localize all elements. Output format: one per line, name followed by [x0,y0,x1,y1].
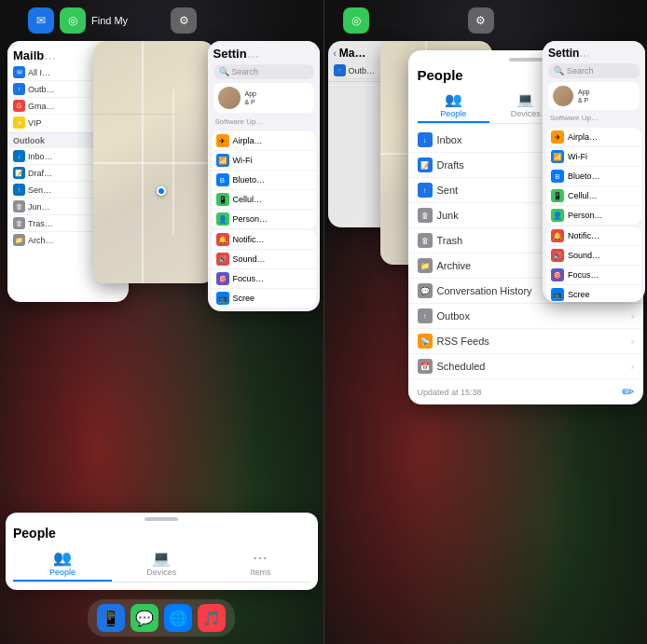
r-cell-icon: 📱 [551,189,564,202]
search-icon-left: 🔍 [219,67,229,76]
settings-card-right[interactable]: Settin… 🔍 Search App& P Software Up… ✈Ai… [543,41,645,302]
vip-icon: ★ [13,116,25,129]
r-outb-icon: ↑ [334,64,346,76]
dock-safari[interactable]: 🌐 [164,604,192,632]
dock-left: 📱 💬 🌐 🎵 [88,599,235,637]
people-tab-people[interactable]: 👥 People [13,546,112,582]
settings-search-right[interactable]: 🔍 Search [548,63,640,78]
l-drafts-icon: 📝 [418,158,433,172]
dock-phone[interactable]: 📱 [97,604,125,632]
r-wifi-icon: 📶 [551,150,564,163]
settings-profile-left[interactable]: App& P [213,83,314,113]
settings-top-icon[interactable]: ⚙ [171,7,197,34]
right-half: ◎ ⚙ ‹ Ma… ↑Outb… [324,0,648,644]
people-tab-items-icon: ⋯ [253,549,268,567]
search-icon-right: 🔍 [554,66,564,75]
right-top-icons: ◎ ⚙ [343,7,494,34]
compose-button[interactable]: ✏ [622,383,634,401]
outb-icon: ↑ [13,83,25,95]
notif-icon-left: 🔔 [216,233,229,246]
settings-sound-left[interactable]: 🔊Sound… [212,250,316,269]
findmy-top-icon-right[interactable]: ◎ [343,7,369,34]
l-sched-icon: 📅 [418,359,433,374]
l-outbox-icon: ↑ [418,308,433,323]
settings-top-icon-right[interactable]: ⚙ [468,7,494,34]
all-icon: ✉ [13,66,25,78]
findmy-top-icon[interactable]: ◎ [60,7,86,34]
people-tabs-left: 👥 People 💻 Devices ⋯ Items [13,546,310,582]
l-trash-icon: 🗑 [418,233,433,248]
update-text: Updated at 15:38 [418,388,482,397]
settings-profile-text-right: App& P [578,88,589,104]
people-title-left: People [13,526,310,541]
dock-messages[interactable]: 💬 [131,604,158,632]
r-screen-icon: 📺 [551,288,564,301]
settings-profile-right[interactable]: App& P [548,82,640,110]
l-archive-icon: 📁 [418,258,433,273]
l-inbox-icon: ↓ [418,132,433,147]
ol-trash-icon: 🗑 [13,217,25,229]
ol-inbox-icon: ↓ [13,150,25,162]
bt-icon-left: B [216,173,229,186]
right-tab-people[interactable]: 👥 People [418,89,490,123]
focus-icon-left: 🎯 [216,272,229,285]
settings-cell-left[interactable]: 📱Cellul… [212,190,316,210]
l-sent-icon: ↑ [418,183,433,198]
right-tab-people-icon: 👥 [445,91,462,108]
personal-icon-left: 👤 [216,212,229,226]
settings-personal-left[interactable]: 👤Person… [212,210,316,228]
settings-items-group2-left: 🔔Notific… 🔊Sound… 🎯Focus… 📺 Scree [212,230,316,308]
r-settings-cell[interactable]: 📱Cellul… [546,186,641,206]
right-tab-devices-icon: 💻 [516,91,534,108]
r-settings-personal[interactable]: 👤Person… [546,206,641,225]
r-settings-screen[interactable]: 📺 Scree [546,285,641,302]
settings-notif-left[interactable]: 🔔Notific… [212,230,316,250]
list-scheduled[interactable]: 📅 Scheduled › [408,354,644,378]
settings-title-left: Settin… [213,47,314,61]
r-sound-icon: 🔊 [551,249,564,262]
list-outbox[interactable]: ↑ Outbox › [408,304,644,329]
maps-location-dot [157,186,166,196]
people-tab-devices-icon: 💻 [152,549,171,567]
people-tab-people-icon: 👥 [53,549,72,567]
settings-search-left[interactable]: 🔍 Search [213,64,314,79]
r-settings-notif[interactable]: 🔔Notific… [546,226,641,246]
settings-software-right: Software Up… [548,113,640,125]
settings-airplane-left[interactable]: ✈Airpla… [212,131,316,151]
settings-avatar-right [553,86,573,106]
r-personal-icon: 👤 [551,209,564,222]
maps-card-left[interactable] [93,41,214,283]
r-bt-icon: B [551,170,564,183]
people-panel-left[interactable]: People 👥 People 💻 Devices ⋯ Items [6,513,318,590]
settings-wifi-left[interactable]: 📶Wi-Fi [212,151,316,171]
settings-card-left[interactable]: Settin… 🔍 Search App& P Software Up… ✈Ai… [208,41,320,311]
settings-items-group-left: ✈Airpla… 📶Wi-Fi BBlueto… 📱Cellul… 👤Perso… [212,131,316,228]
outbox-chevron: › [631,311,634,322]
r-settings-focus[interactable]: 🎯Focus… [546,266,641,285]
settings-items-group2-right: 🔔Notific… 🔊Sound… 🎯Focus… 📺 Scree [546,226,641,302]
settings-screen-left[interactable]: 📺 Scree [212,289,316,308]
r-settings-wifi[interactable]: 📶Wi-Fi [546,147,641,167]
gma-icon: G [13,100,25,112]
r-settings-sound[interactable]: 🔊Sound… [546,246,641,266]
panel-footer: Updated at 15:38 ✏ [408,378,644,404]
sched-chevron: › [631,362,634,372]
settings-items-group-right: ✈Airpla… 📶Wi-Fi BBlueto… 📱Cellul… 👤Perso… [546,128,641,225]
people-tab-devices[interactable]: 💻 Devices [112,546,211,582]
l-convo-icon: 💬 [418,283,433,298]
settings-bt-left[interactable]: BBlueto… [212,171,316,190]
settings-avatar-left [218,87,241,109]
cell-icon-left: 📱 [216,193,229,206]
r-settings-airplane[interactable]: ✈Airpla… [546,128,641,147]
map-road-h [93,162,214,164]
l-rss-icon: 📡 [418,334,433,349]
findmy-label: Find My [91,15,128,26]
settings-focus-left[interactable]: 🎯Focus… [212,269,316,289]
people-tab-items[interactable]: ⋯ Items [211,546,310,582]
app-switcher-screen: ✉ ◎ Find My ⚙ Mailb… ✉ All I… ↑ Outb [0,0,647,644]
r-settings-bt[interactable]: BBlueto… [546,167,641,186]
list-rss[interactable]: 📡 RSS Feeds › [408,329,644,354]
screen-icon-left: 📺 [216,292,229,305]
mail-top-icon[interactable]: ✉ [28,7,54,34]
dock-music[interactable]: 🎵 [198,604,226,632]
